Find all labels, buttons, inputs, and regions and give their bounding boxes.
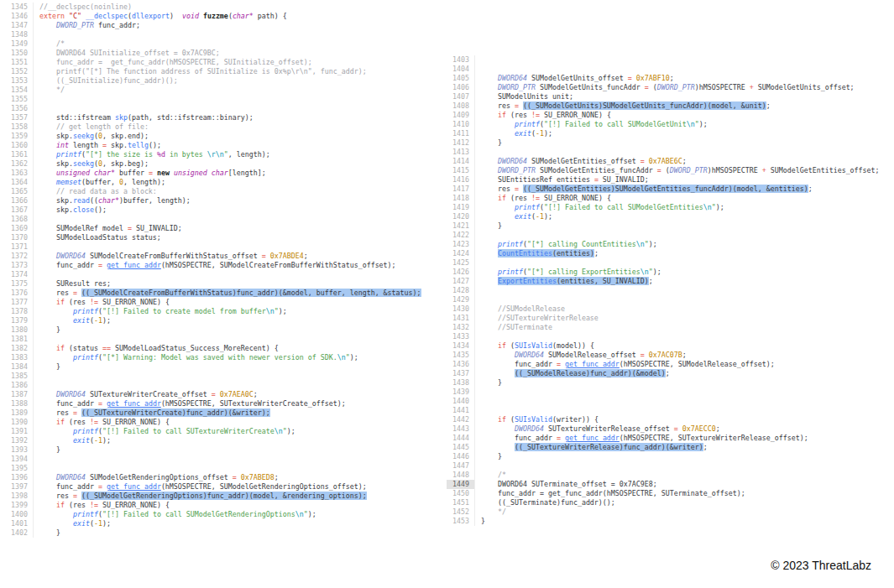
code-text: exit(-1);	[34, 436, 111, 445]
line-number: 1411	[447, 129, 475, 138]
code-line: 1415 DWORD_PTR SUModelGetEntities_funcAd…	[447, 166, 880, 175]
line-number: 1420	[447, 212, 475, 221]
code-text: DWORD_PTR SUModelGetEntities_funcAddr = …	[475, 166, 880, 175]
line-number: 1428	[447, 286, 475, 295]
code-line: 1366 skp.read((char*)buffer, length);	[5, 196, 421, 206]
line-number: 1378	[5, 307, 34, 316]
code-text: DWORD64 SUModelGetEntities_offset = 0x7A…	[475, 157, 687, 166]
line-number: 1426	[447, 268, 475, 277]
line-number: 1358	[5, 122, 34, 132]
code-line: 1413	[447, 148, 880, 157]
code-line: 1351 func_addr = get_func_addr(hMSOSPECT…	[5, 58, 421, 67]
line-number: 1442	[447, 415, 475, 424]
code-line: 1345//__declspec(noinline)	[5, 3, 421, 12]
code-text: printf("[*] The function address of SUIn…	[34, 67, 367, 76]
code-line: 1438 }	[447, 378, 880, 388]
line-number: 1445	[447, 443, 475, 452]
code-text: */	[34, 86, 65, 95]
code-line: 1379 exit(-1);	[5, 316, 421, 325]
line-number: 1349	[5, 39, 34, 49]
code-text: func_addr = get_func_addr(hMSOSPECTRE, S…	[475, 360, 775, 369]
code-line: 1402 }	[5, 528, 421, 538]
line-number: 1441	[447, 406, 475, 415]
line-number: 1346	[5, 12, 34, 21]
line-number: 1359	[5, 132, 34, 141]
code-line: 1426 printf("[*] calling ExportEntities\…	[447, 268, 880, 277]
code-text: printf("[!] Failed to call SUModelGetUni…	[475, 120, 708, 129]
code-text: SUEntitiesRef entities = SU_INVALID;	[475, 175, 649, 185]
code-line: 1385	[5, 372, 421, 381]
line-number: 1352	[5, 67, 34, 76]
code-line: 1408 res = ((_SUModelGetUnits)SUModelGet…	[447, 101, 880, 111]
code-text: }	[34, 325, 60, 335]
code-line: 1404	[447, 65, 880, 74]
code-text: }	[34, 362, 60, 372]
line-number: 1425	[447, 258, 475, 268]
code-line: 1362 skp.seekg(0, skp.beg);	[5, 159, 421, 169]
line-number: 1449	[447, 480, 475, 489]
code-line: 1353 ((_SUInitialize)func_addr)();	[5, 76, 421, 86]
code-text: //SUModelRelease	[475, 304, 565, 314]
line-number: 1429	[447, 295, 475, 304]
code-text: ((_SUTextureWriterRelease)func_addr)(&wr…	[475, 443, 708, 452]
line-number: 1377	[5, 298, 34, 307]
code-text: SUModelRef model = SU_INVALID;	[34, 224, 182, 233]
code-text: SUResult res;	[34, 279, 111, 289]
code-line: 1355	[5, 95, 421, 104]
line-number: 1407	[447, 92, 475, 101]
code-line: 1398 res = ((_SUModelGetRenderingOptions…	[5, 492, 421, 501]
line-number: 1402	[5, 528, 34, 538]
code-line: 1378 printf("[!] Failed to create model …	[5, 307, 421, 316]
line-number: 1436	[447, 360, 475, 369]
code-text: DWORD64 SUModelCreateFromBufferWithStatu…	[34, 252, 308, 261]
code-line: 1381	[5, 335, 421, 344]
code-line: 1425	[447, 258, 880, 268]
code-line: 1348	[5, 30, 421, 39]
line-number: 1418	[447, 194, 475, 203]
line-number: 1395	[5, 464, 34, 473]
line-number: 1451	[447, 498, 475, 507]
line-number: 1419	[447, 203, 475, 212]
code-line: 1391 printf("[!] Failed to call SUTextur…	[5, 427, 421, 436]
line-number: 1362	[5, 159, 34, 169]
line-number: 1365	[5, 187, 34, 196]
code-line: 1453}	[447, 517, 880, 526]
code-text: func_addr = get_func_addr(hMSOSPECTRE, S…	[34, 58, 312, 67]
code-line: 1382 if (status == SUModelLoadStatus_Suc…	[5, 344, 421, 353]
code-line: 1346extern "C" __declspec(dllexport) voi…	[5, 12, 421, 21]
code-text: CountEntities(entities);	[475, 249, 599, 258]
code-text: skp.seekg(0, skp.end);	[34, 132, 149, 141]
code-pane-right: 140314041405 DWORD64 SUModelGetUnits_off…	[447, 55, 880, 526]
code-text: DWORD64 SUModelRelease_offset = 0x7AC07B…	[475, 351, 687, 360]
code-line: 1395	[5, 464, 421, 473]
line-number: 1399	[5, 501, 34, 510]
line-number: 1443	[447, 424, 475, 434]
line-number: 1416	[447, 175, 475, 185]
code-text: func_addr = get_func_addr(hMSOSPECTRE, S…	[34, 261, 396, 270]
code-text: res = ((_SUModelCreateFromBufferWithStat…	[34, 289, 421, 298]
code-text: exit(-1);	[475, 129, 552, 138]
code-line: 1357 std::ifstream skp(path, std::ifstre…	[5, 113, 421, 122]
code-line: 1423 printf("[*] calling CountEntities\n…	[447, 240, 880, 249]
code-text: }	[475, 138, 502, 148]
line-number: 1367	[5, 206, 34, 215]
code-text: if (SUIsValid(writer)) {	[475, 415, 599, 424]
line-number: 1447	[447, 461, 475, 471]
code-line: 1388 func_addr = get_func_addr(hMSOSPECT…	[5, 399, 421, 408]
code-text: if (SUIsValid(model)) {	[475, 341, 594, 351]
code-text: ((_SUModelRelease)func_addr)(&model);	[475, 369, 670, 378]
line-number: 1453	[447, 517, 475, 526]
code-line: 1414 DWORD64 SUModelGetEntities_offset =…	[447, 157, 880, 166]
code-line: 1365 // read data as a block:	[5, 187, 421, 196]
code-line: 1396 DWORD64 SUModelGetRenderingOptions_…	[5, 473, 421, 482]
code-line: 1418 if (res != SU_ERROR_NONE) {	[447, 194, 880, 203]
line-number: 1347	[5, 21, 34, 30]
code-text: func_addr = get_func_addr(hMSOSPECTRE, S…	[34, 482, 367, 492]
code-line: 1384 }	[5, 362, 421, 372]
line-number: 1355	[5, 95, 34, 104]
line-number: 1398	[5, 492, 34, 501]
code-text: //__declspec(noinline)	[34, 3, 132, 12]
code-line: 1448 /*	[447, 471, 880, 480]
code-line: 1401 exit(-1);	[5, 519, 421, 528]
code-line: 1358 // get length of file:	[5, 122, 421, 132]
